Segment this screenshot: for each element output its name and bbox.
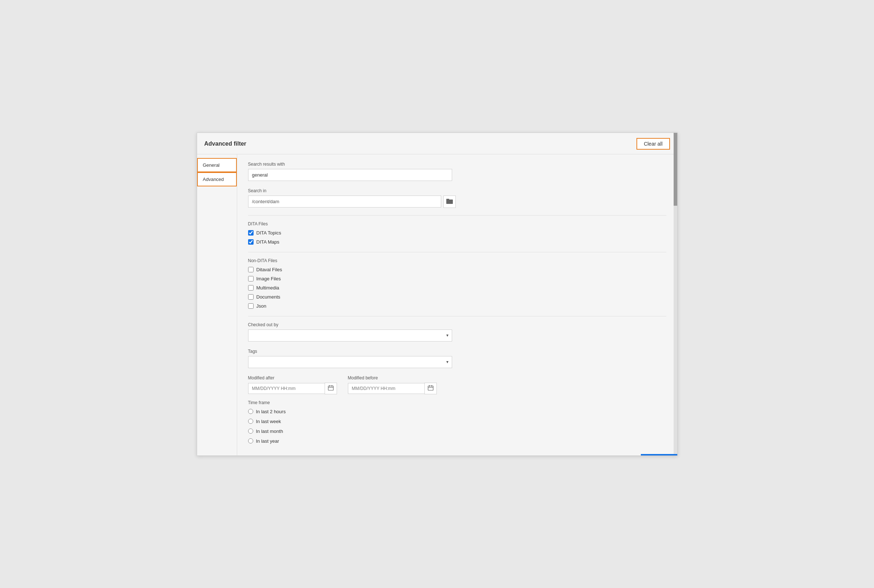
svg-rect-1 [446,199,449,200]
calendar-before-icon [428,385,433,392]
image-row: Image Files [248,276,666,282]
multimedia-label: Multimedia [256,285,280,291]
json-label: Json [256,303,266,309]
dita-topics-row: DITA Topics [248,230,666,236]
checked-out-section: Checked out by ▾ [248,322,666,342]
dialog-header: Advanced filter Clear all [197,133,677,154]
modified-before-field: Modified before [348,375,437,394]
modified-before-input[interactable] [348,383,424,394]
tags-label: Tags [248,349,666,354]
divider-3 [248,316,666,316]
modified-after-label: Modified after [248,375,337,381]
tags-select-wrapper: ▾ [248,356,452,368]
json-row: Json [248,303,666,309]
modified-after-field: Modified after [248,375,337,394]
radio-2hours-label: In last 2 hours [256,409,286,414]
folder-browse-button[interactable] [443,195,456,208]
modified-after-input-wrapper [248,382,337,394]
svg-rect-6 [428,386,433,390]
radio-week-label: In last week [256,419,281,424]
checked-out-select[interactable] [248,330,452,342]
documents-label: Documents [256,294,281,300]
timeframe-section: Time frame In last 2 hours In last week … [248,400,666,444]
bottom-progress-bar [641,454,677,456]
search-results-input[interactable] [248,169,452,181]
multimedia-row: Multimedia [248,285,666,291]
sidebar-item-advanced[interactable]: Advanced [197,172,237,186]
dialog-body: General Advanced Search results with Sea… [197,154,677,456]
timeframe-label: Time frame [248,400,666,405]
dita-maps-label: DITA Maps [256,239,280,244]
search-results-label: Search results with [248,162,666,167]
scrollbar-track[interactable] [674,133,677,456]
modified-before-label: Modified before [348,375,437,381]
radio-row-month: In last month [248,429,666,434]
search-in-input[interactable] [248,195,441,207]
ditaval-label: Ditaval Files [256,267,282,272]
dita-maps-row: DITA Maps [248,239,666,244]
clear-all-button[interactable]: Clear all [636,138,669,150]
dita-topics-checkbox[interactable] [248,230,254,236]
divider-2 [248,252,666,252]
dita-files-label: DITA Files [248,221,666,226]
radio-year[interactable] [248,438,253,444]
radio-row-week: In last week [248,419,666,424]
search-in-row [248,195,666,208]
search-in-section: Search in [248,188,666,208]
search-results-section: Search results with [248,162,666,181]
modified-before-calendar-button[interactable] [424,382,437,394]
radio-row-2hours: In last 2 hours [248,409,666,414]
radio-month[interactable] [248,429,253,434]
ditaval-checkbox[interactable] [248,267,254,272]
radio-week[interactable] [248,419,253,424]
dita-maps-checkbox[interactable] [248,239,254,244]
modified-after-input[interactable] [248,383,325,394]
dialog-title: Advanced filter [205,141,247,147]
ditaval-row: Ditaval Files [248,267,666,272]
radio-row-year: In last year [248,438,666,444]
radio-month-label: In last month [256,429,283,434]
folder-icon [446,198,453,205]
svg-rect-2 [328,386,333,390]
json-checkbox[interactable] [248,303,254,309]
checked-out-label: Checked out by [248,322,666,327]
dita-files-section: DITA Files DITA Topics DITA Maps [248,221,666,244]
image-files-checkbox[interactable] [248,276,254,282]
search-in-label: Search in [248,188,666,194]
scrollbar-thumb[interactable] [674,133,677,206]
documents-checkbox[interactable] [248,294,254,300]
non-dita-files-label: Non-DITA Files [248,258,666,263]
date-row: Modified after [248,375,666,394]
main-content: Search results with Search in [237,154,677,456]
radio-year-label: In last year [256,438,280,444]
sidebar-item-general[interactable]: General [197,158,237,172]
multimedia-checkbox[interactable] [248,285,254,291]
radio-2hours[interactable] [248,409,253,414]
calendar-icon [328,385,334,392]
non-dita-files-section: Non-DITA Files Ditaval Files Image Files… [248,258,666,309]
dita-topics-label: DITA Topics [256,230,281,236]
divider-1 [248,215,666,216]
sidebar: General Advanced [197,154,237,456]
modified-before-input-wrapper [348,382,437,394]
advanced-filter-dialog: Advanced filter Clear all General Advanc… [197,132,678,456]
tags-select[interactable] [248,356,452,368]
checked-out-select-wrapper: ▾ [248,330,452,342]
tags-section: Tags ▾ [248,349,666,368]
modified-after-calendar-button[interactable] [325,382,337,394]
image-files-label: Image Files [256,276,281,282]
documents-row: Documents [248,294,666,300]
